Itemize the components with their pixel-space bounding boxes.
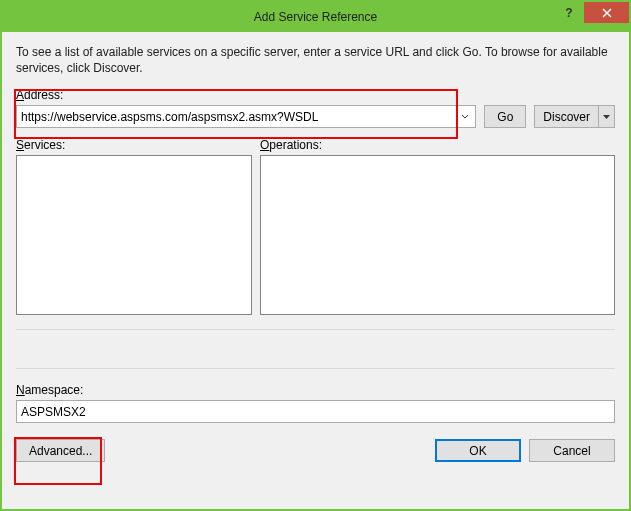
close-icon [602, 8, 612, 18]
namespace-label: Namespace: [16, 383, 615, 397]
address-label: Address: [16, 88, 615, 102]
services-label: Services: [16, 138, 252, 152]
namespace-value: ASPSMSX2 [21, 405, 86, 419]
address-input[interactable]: https://webservice.aspsms.com/aspsmsx2.a… [16, 105, 476, 128]
cancel-button[interactable]: Cancel [529, 439, 615, 462]
operations-label: Operations: [260, 138, 615, 152]
namespace-input[interactable]: ASPSMSX2 [16, 400, 615, 423]
address-value: https://webservice.aspsms.com/aspsmsx2.a… [21, 110, 318, 124]
status-panel [16, 329, 615, 369]
discover-button[interactable]: Discover [534, 105, 599, 128]
help-button[interactable]: ? [554, 2, 584, 23]
caret-down-icon [603, 115, 610, 119]
operations-listbox[interactable] [260, 155, 615, 315]
services-listbox[interactable] [16, 155, 252, 315]
instructions-text: To see a list of available services on a… [16, 44, 615, 76]
add-service-reference-dialog: Add Service Reference ? To see a list of… [0, 0, 631, 511]
svg-marker-2 [603, 115, 610, 119]
advanced-button[interactable]: Advanced... [16, 439, 105, 462]
discover-dropdown-button[interactable] [599, 105, 615, 128]
title-bar: Add Service Reference ? [2, 2, 629, 32]
go-button[interactable]: Go [484, 105, 526, 128]
ok-button[interactable]: OK [435, 439, 521, 462]
dialog-title: Add Service Reference [254, 10, 377, 24]
close-button[interactable] [584, 2, 629, 23]
address-dropdown-icon[interactable] [459, 111, 471, 122]
chevron-down-icon [461, 114, 469, 120]
